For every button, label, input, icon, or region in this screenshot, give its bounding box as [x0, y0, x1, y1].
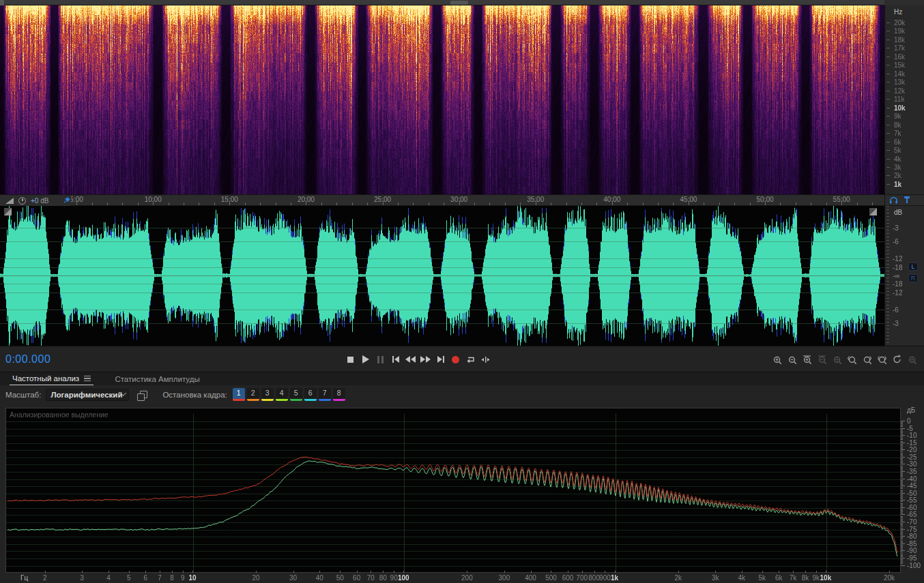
- headphones-icon[interactable]: [889, 194, 898, 207]
- timeline-label: 5:00: [70, 196, 83, 203]
- record-button[interactable]: [448, 352, 463, 367]
- scrollbar-left-cap[interactable]: [0, 0, 4, 5]
- reset-zoom-button[interactable]: [891, 353, 904, 366]
- tab-amplitude-statistics[interactable]: Статистика Амплитуды: [112, 372, 202, 386]
- hold-button-6[interactable]: 6: [304, 388, 317, 401]
- zoom-full-button[interactable]: [906, 353, 919, 366]
- chart-x-tick-label: 500: [545, 574, 557, 582]
- clock-icon[interactable]: [18, 197, 26, 205]
- hold-button-3[interactable]: 3: [261, 388, 274, 401]
- skip-to-end-button[interactable]: [433, 352, 448, 367]
- zoom-out-time-selection-button[interactable]: [815, 353, 829, 366]
- zoom-in-time-selection-button[interactable]: [800, 353, 814, 366]
- freq-axis-label: 7k: [894, 130, 901, 137]
- frequency-analysis-chart: Анализированное выделение дБ 0-5-10-15-2…: [0, 404, 924, 583]
- timeline-tick: [291, 203, 291, 205]
- timeline-tick: [444, 203, 444, 205]
- chart-y-tick: [901, 447, 903, 447]
- zoom-in-button[interactable]: [770, 353, 784, 366]
- chart-y-tick: [901, 453, 903, 453]
- loop-playback-button[interactable]: [463, 352, 478, 367]
- chart-y-tick-label: -40: [907, 475, 916, 482]
- volume-envelope-icon[interactable]: [5, 198, 14, 204]
- chart-y-tick: [901, 479, 905, 479]
- chart-y-tick: [901, 487, 903, 488]
- chart-x-tick-label: 800: [588, 574, 600, 582]
- zoom-to-selection-button[interactable]: [876, 353, 889, 366]
- waveform-canvas[interactable]: [0, 206, 884, 346]
- channel-button-r[interactable]: R: [908, 274, 918, 282]
- chart-y-tick: [901, 493, 905, 494]
- chart-y-tick: [901, 480, 903, 481]
- chart-y-tick: [901, 432, 903, 433]
- hold-button-5[interactable]: 5: [290, 388, 302, 401]
- hold-button-8[interactable]: 8: [333, 388, 345, 401]
- hold-button-1[interactable]: 1: [233, 388, 245, 401]
- copy-graph-icon[interactable]: [140, 391, 147, 398]
- chart-y-tick: [901, 462, 903, 463]
- freq-axis-tick: [886, 31, 890, 31]
- spectrogram-canvas[interactable]: [0, 5, 884, 194]
- scale-select[interactable]: Логарифмический: [46, 389, 129, 401]
- gain-readout[interactable]: +0 dB: [31, 197, 48, 205]
- chart-y-tick: [901, 496, 903, 496]
- timeline-label: 55:00: [833, 196, 850, 203]
- hold-button-label: 5: [294, 389, 298, 397]
- hold-color-bar: [333, 399, 345, 401]
- hold-button-label: 7: [323, 389, 327, 397]
- freq-axis-unit: Hz: [894, 8, 902, 16]
- channel-button-l[interactable]: L: [908, 263, 918, 271]
- chart-x-tick-label: 10: [188, 574, 196, 582]
- scrollbar-handle[interactable]: [450, 1, 468, 5]
- rewind-button[interactable]: [403, 352, 418, 367]
- panel-menu-icon[interactable]: [84, 376, 91, 381]
- time-display[interactable]: 0:00.000: [5, 353, 50, 365]
- splitter-handle-right[interactable]: [869, 208, 877, 215]
- chart-x-tick-label: 9: [181, 574, 185, 582]
- timeline-tick: [367, 203, 368, 205]
- chart-x-tick: [403, 571, 404, 573]
- fast-forward-button[interactable]: [418, 352, 433, 367]
- chart-y-tick-label: -35: [907, 468, 916, 475]
- chart-y-tick: [901, 468, 903, 469]
- chart-x-tick: [582, 571, 583, 573]
- chart-x-tick-label: 80: [379, 574, 387, 582]
- chart-y-tick: [901, 471, 905, 472]
- chart-y-tick-label: -60: [907, 503, 916, 511]
- hold-button-7[interactable]: 7: [319, 388, 331, 401]
- pause-button[interactable]: [373, 352, 388, 367]
- db-axis-label: -12: [893, 288, 902, 296]
- stop-button[interactable]: [343, 352, 358, 367]
- timeline-tick: [429, 203, 429, 205]
- chart-x-tick: [467, 571, 467, 573]
- freq-axis-label: 5k: [894, 147, 901, 154]
- chart-y-tick: [901, 514, 905, 515]
- zoom-selection-center-button[interactable]: [831, 353, 844, 366]
- scales-column: Hz 20k19k18k17k16k15k14k13k12k11k10k9k8k…: [884, 5, 924, 346]
- skip-to-start-button[interactable]: [388, 352, 403, 367]
- horizontal-scrollbar[interactable]: [0, 0, 884, 5]
- chart-x-tick: [172, 571, 173, 573]
- chart-y-tick: [901, 563, 903, 564]
- chart-y-tick: [901, 461, 903, 462]
- zoom-out-button[interactable]: [785, 353, 799, 366]
- play-button[interactable]: [358, 352, 373, 367]
- timeline-tick: [489, 203, 490, 205]
- chart-y-tick-label: -15: [907, 438, 916, 446]
- timeline-ruler[interactable]: 5:0010:0015:0020:0025:0030:0035:0040:004…: [0, 194, 884, 206]
- pin-icon[interactable]: [63, 195, 71, 207]
- chart-y-tick: [901, 565, 905, 566]
- chart-y-tick-label: -50: [907, 489, 916, 496]
- chart-x-tick: [504, 571, 505, 573]
- chart-y-tick: [901, 505, 903, 505]
- chart-x-tick-label: 90: [390, 574, 398, 582]
- timeline-tick: [505, 203, 506, 205]
- hold-button-2[interactable]: 2: [247, 388, 259, 401]
- tab-frequency-analysis[interactable]: Частотный анализ: [10, 372, 93, 386]
- monitor-pin-icon[interactable]: [904, 194, 910, 207]
- zoom-in-left-edge-button[interactable]: [846, 353, 859, 366]
- hold-button-4[interactable]: 4: [276, 388, 288, 401]
- splitter-handle-left[interactable]: [4, 208, 12, 215]
- zoom-in-right-edge-button[interactable]: [861, 353, 874, 366]
- skip-selection-button[interactable]: [478, 352, 493, 367]
